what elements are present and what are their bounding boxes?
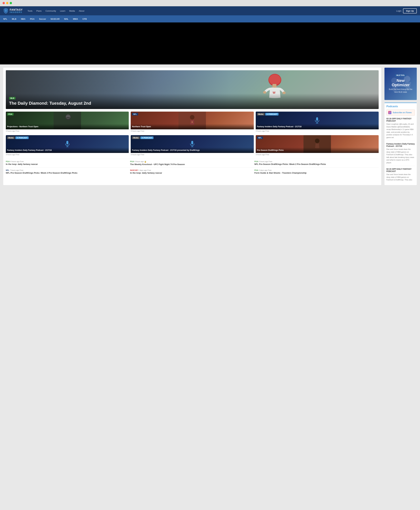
podcast-item-2[interactable]: 02-15 GPP DAILY FANTASY PODCAST Dan and … <box>386 168 415 183</box>
podcast-icon-2 <box>64 140 71 148</box>
svg-rect-14 <box>316 117 318 121</box>
list-sport-tag-0[interactable]: PGA <box>6 161 10 163</box>
featured-tag: MLB <box>9 97 375 101</box>
card-meta-1: 3 hours ago Free <box>131 129 254 133</box>
card-tags-1: NFL <box>132 113 138 117</box>
bottom-sport-tag-0[interactable]: NFL <box>6 169 9 171</box>
card-meta-0: 3 hours ago Free <box>6 129 129 133</box>
content-area: W MLB The Daily Diamond: Tuesday, August… <box>0 64 420 188</box>
optimizer-subtitle: Build the best lineup for the next MLB s… <box>387 88 414 94</box>
bottom-sport-tag-2[interactable]: PGA <box>255 169 258 171</box>
podcast-item-1[interactable]: Fantasy Insiders Daily Fantasy Podcast -… <box>386 143 415 166</box>
nav-about[interactable]: About <box>79 10 84 12</box>
nav-media[interactable]: Media <box>69 10 75 12</box>
article-card-1[interactable]: 8 NFL Northern Trust Open 3 hours ago Fr… <box>131 111 254 133</box>
svg-point-12 <box>190 115 195 119</box>
itunes-label: Subscribe on iTunes <box>393 111 412 114</box>
sport-nav-cfb[interactable]: CFB <box>82 18 87 20</box>
card-tags-3: Media PODCAST <box>7 136 29 140</box>
bottom-article-2[interactable]: PGA 3 days ago Free Form Guide & Stat Sh… <box>255 168 379 176</box>
nav-tools[interactable]: Tools <box>28 10 32 12</box>
optimizer-overlay: MLB TOOL NewOptimizer Build the best lin… <box>384 68 417 100</box>
main-nav: Tools Plans Community Learn Media About <box>28 10 396 12</box>
sidebar: MLB TOOL NewOptimizer Build the best lin… <box>384 68 417 185</box>
list-title-0[interactable]: In the loop: daily fantasy nascar <box>6 163 130 166</box>
nav-community[interactable]: Community <box>45 10 56 12</box>
list-title-1[interactable]: The Weekly Knockout - UFC Fight Night 74… <box>130 163 254 166</box>
bottom-title-2[interactable]: Form Guide & Stat Sheets - Travelers Cha… <box>255 172 379 174</box>
mac-maximize-btn[interactable] <box>10 2 12 4</box>
login-button[interactable]: Login <box>396 10 401 12</box>
sport-nav-nba[interactable]: NBA <box>21 18 25 20</box>
signup-button[interactable]: Sign Up <box>403 8 417 13</box>
list-title-2[interactable]: NFL Pre-Season DraftKings Picks: Week 2 … <box>255 163 379 166</box>
bottom-article-1[interactable]: NASCAR 2 days ago Free In the loop: dail… <box>130 168 254 176</box>
mac-minimize-btn[interactable] <box>6 2 8 4</box>
lock-icon: 🔒 <box>144 161 147 163</box>
featured-overlay: MLB The Daily Diamond: Tuesday, August 2… <box>6 94 379 109</box>
card-image-1: 8 NFL Northern Trust Open <box>131 111 254 129</box>
card-title-overlay-3: Fantasy Insiders Daily Fantasy Podcast -… <box>6 148 129 153</box>
svg-point-30 <box>315 139 319 143</box>
auth-buttons: Login Sign Up <box>396 8 417 13</box>
bottom-title-0[interactable]: NFL Pre-Season DraftKings Picks: Week 2 … <box>6 172 130 174</box>
svg-text:8: 8 <box>192 121 193 123</box>
podcast-desc-0: Dave Loughran (@Loughy_D) and Davis Matt… <box>386 123 415 139</box>
podcast-title-0: 02-18 GPP DAILY FANTASY PODCAST <box>386 118 415 122</box>
podcast-icon <box>314 117 320 125</box>
card-image-3: Media PODCAST Fantasy Insiders Daily Fan… <box>6 135 129 153</box>
sport-nav-mlb[interactable]: MLB <box>12 18 16 20</box>
list-article-2[interactable]: PGA 6 hours ago Free NFL Pre-Season Draf… <box>255 159 379 168</box>
sport-nav-mma[interactable]: MMA <box>73 18 78 20</box>
list-sport-tag-2[interactable]: PGA <box>255 161 258 163</box>
list-article-0[interactable]: PGA 4 hours ago Free In the loop: daily … <box>6 159 130 168</box>
bottom-meta-1: NASCAR 2 days ago Free <box>130 169 254 171</box>
list-meta-2: PGA 6 hours ago Free <box>255 161 379 163</box>
card-title-overlay-5: Pre-Season DraftKings Picks <box>256 148 379 153</box>
sport-nav-nhl[interactable]: NHL <box>64 18 68 20</box>
optimizer-card[interactable]: MLB TOOL NewOptimizer Build the best lin… <box>384 68 417 100</box>
card-tags-4: Media PODCAST <box>132 136 153 140</box>
card-tags-0: PGA <box>7 113 14 117</box>
nav-plans[interactable]: Plans <box>36 10 42 12</box>
sport-nav-soccer[interactable]: Soccer <box>39 18 46 20</box>
featured-article[interactable]: W MLB The Daily Diamond: Tuesday, August… <box>6 70 379 109</box>
featured-title: The Daily Diamond: Tuesday, August 2nd <box>9 101 375 106</box>
logo[interactable]: FANTASY INSIDERS <box>3 8 22 14</box>
list-article-1[interactable]: PGA 4 hours ago 🔒 The Weekly Knockout - … <box>130 159 254 168</box>
article-card-5[interactable]: NFL Pre-Season DraftKings Picks 3 hours … <box>256 135 379 156</box>
bottom-title-1[interactable]: In the loop: daily fantasy nascar <box>130 172 254 174</box>
article-card-4[interactable]: Media PODCAST Fantasy Insiders Daily Fan… <box>131 135 254 156</box>
sport-nav: NFL MLB NBA PGA Soccer NASCAR NHL MMA CF… <box>0 15 420 22</box>
podcast-desc-2: Dan and Vince break down the deep slate … <box>386 173 415 181</box>
svg-rect-22 <box>17 137 18 138</box>
podcast-item-0[interactable]: 02-18 GPP DAILY FANTASY PODCAST Dave Lou… <box>386 118 415 141</box>
bottom-sport-tag-1[interactable]: NASCAR <box>130 169 138 171</box>
list-sport-tag-1[interactable]: PGA <box>130 161 134 163</box>
sport-nav-nfl[interactable]: NFL <box>3 18 7 20</box>
podcast-desc-1: Dan and Vince break down the deep slate … <box>386 148 415 164</box>
optimizer-title: NewOptimizer <box>392 79 410 87</box>
bottom-meta-0: NFL 7 hours ago Free <box>6 169 130 171</box>
mac-titlebar <box>0 0 420 6</box>
svg-rect-17 <box>267 113 267 114</box>
svg-point-9 <box>66 115 70 119</box>
card-image-2: Media PODCAST Fantasy Insiders Daily Fan… <box>256 111 379 129</box>
podcast-icon-3 <box>189 140 195 148</box>
article-card-2[interactable]: Media PODCAST Fantasy Insiders Daily Fan… <box>256 111 379 133</box>
svg-rect-19 <box>66 141 68 144</box>
article-card-3[interactable]: Media PODCAST Fantasy Insiders Daily Fan… <box>6 135 129 156</box>
card-title-overlay-1: Northern Trust Open <box>131 124 254 129</box>
svg-rect-24 <box>191 141 193 144</box>
mac-close-btn[interactable] <box>3 2 5 4</box>
sport-nav-nascar[interactable]: NASCAR <box>51 18 60 20</box>
bottom-list: NFL 7 hours ago Free NFL Pre-Season Draf… <box>6 168 379 176</box>
card-image-5: NFL Pre-Season DraftKings Picks <box>256 135 379 153</box>
bottom-article-0[interactable]: NFL 7 hours ago Free NFL Pre-Season Draf… <box>6 168 130 176</box>
podcasts-section: Podcasts ♪ Subscribe on iTunes 02-18 GPP… <box>384 103 417 185</box>
nav-learn[interactable]: Learn <box>60 10 65 12</box>
svg-point-4 <box>263 91 266 94</box>
article-card-0[interactable]: PGA Projections - Northern Trust Open 3 … <box>6 111 129 133</box>
itunes-button[interactable]: ♪ Subscribe on iTunes <box>386 110 415 116</box>
sport-nav-pga[interactable]: PGA <box>30 18 35 20</box>
